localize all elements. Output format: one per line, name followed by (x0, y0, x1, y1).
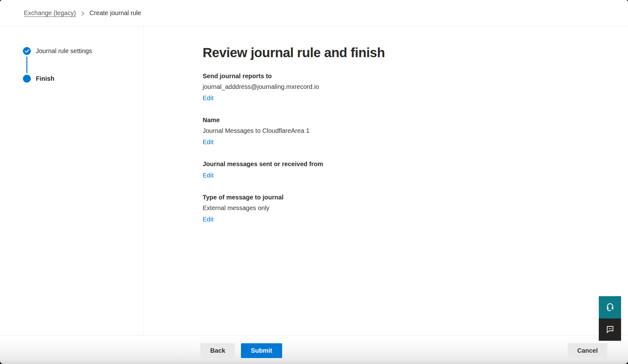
rule-name-value: Journal Messages to CloudflareArea 1 (203, 127, 615, 135)
wizard-footer-bar: Back Submit Cancel (0, 335, 628, 364)
help-button[interactable] (599, 296, 621, 318)
step-label: Journal rule settings (36, 47, 92, 55)
breadcrumb-link-exchange-legacy[interactable]: Exchange (legacy) (24, 9, 76, 17)
journal-report-address-value: journal_adddress@journaling.mxrecord.io (203, 83, 615, 91)
cancel-button[interactable]: Cancel (568, 343, 607, 358)
step-current-dot-icon (23, 75, 31, 83)
breadcrumb-current-page: Create journal rule (90, 9, 141, 17)
chat-icon (606, 325, 614, 334)
chevron-right-icon (81, 10, 85, 17)
wizard-steps-panel: Journal rule settings Finish (0, 26, 144, 335)
wizard-step-journal-rule-settings[interactable]: Journal rule settings (23, 47, 143, 55)
review-section-journal-messages-from: Journal messages sent or received from E… (203, 160, 615, 179)
section-label: Type of message to journal (203, 193, 615, 201)
edit-journal-messages-from-link[interactable]: Edit (203, 171, 213, 179)
app-window: Exchange (legacy) Create journal rule Jo… (0, 0, 628, 364)
review-section-message-type: Type of message to journal External mess… (203, 193, 615, 223)
review-section-send-journal-reports-to: Send journal reports to journal_adddress… (203, 72, 615, 102)
back-button[interactable]: Back (200, 343, 235, 358)
submit-button[interactable]: Submit (241, 343, 282, 358)
edit-message-type-link[interactable]: Edit (203, 215, 213, 223)
review-pane: Review journal rule and finish Send jour… (144, 26, 628, 335)
section-label: Send journal reports to (203, 72, 615, 80)
step-connector-line (26, 57, 27, 73)
section-label: Name (203, 116, 615, 124)
breadcrumb-bar: Exchange (legacy) Create journal rule (0, 0, 628, 26)
step-label: Finish (36, 75, 54, 82)
message-type-value: External messages only (203, 204, 615, 212)
headset-icon (605, 302, 615, 312)
edit-name-link[interactable]: Edit (203, 138, 213, 146)
feedback-button[interactable] (599, 318, 621, 341)
wizard-step-finish[interactable]: Finish (23, 75, 143, 83)
floating-action-stack (599, 296, 621, 341)
review-section-name: Name Journal Messages to CloudflareArea … (203, 116, 615, 146)
breadcrumb: Exchange (legacy) Create journal rule (24, 9, 141, 17)
page-title: Review journal rule and finish (203, 45, 615, 60)
section-label: Journal messages sent or received from (203, 160, 615, 168)
step-completed-check-icon (23, 47, 31, 55)
edit-send-journal-reports-link[interactable]: Edit (203, 94, 213, 102)
